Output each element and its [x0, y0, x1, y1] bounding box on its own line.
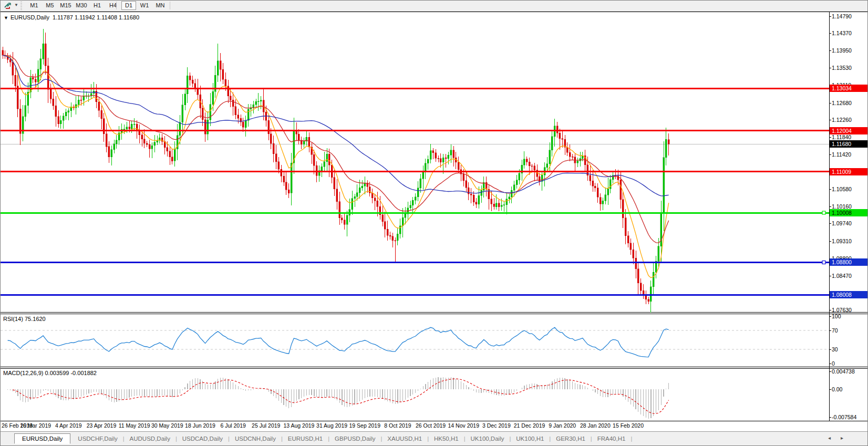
tab-scroll-left-icon[interactable]: ◂: [828, 435, 831, 441]
trading-terminal-window: ▼ M1M5M15M30H1H4D1W1MN ▼EURUSD,Daily 1.1…: [0, 0, 868, 446]
date-tick-label: 14 Nov 2019: [448, 422, 479, 429]
date-tick-label: 23 Apr 2019: [87, 422, 117, 429]
toolbar: ▼ M1M5M15M30H1H4D1W1MN: [1, 1, 868, 12]
level-price-label: 1.13034: [830, 85, 867, 92]
rsi-label: RSI(14) 75.1620: [3, 316, 46, 322]
date-tick-label: 11 May 2019: [119, 422, 150, 429]
level-price-label: 1.12004: [830, 127, 867, 134]
timeframe-button-m1[interactable]: M1: [27, 1, 42, 10]
date-tick-label: 30 May 2019: [151, 422, 183, 429]
timeframe-button-m5[interactable]: M5: [43, 1, 57, 10]
price-tick-label: 1.09740: [832, 220, 852, 227]
chart-tab-fra40-h1[interactable]: FRA40,H1: [592, 434, 631, 443]
rsi-tick-label: 70: [832, 327, 838, 334]
chart-symbol: EURUSD,Daily: [11, 14, 49, 20]
chart-tab-eurusd-daily[interactable]: EURUSD,Daily: [14, 433, 70, 444]
chart-tab-usdcad-daily[interactable]: USDCAD,Daily: [177, 434, 228, 443]
macd-signal-line: [13, 379, 668, 413]
toolbar-separator: [170, 2, 170, 9]
moving-average-line-2: [3, 55, 669, 196]
timeframe-button-d1[interactable]: D1: [121, 1, 136, 10]
date-tick-label: 6 Jul 2019: [220, 422, 245, 429]
chart-tab-uk100-daily[interactable]: UK100,Daily: [466, 434, 510, 443]
level-price-label: 1.11009: [830, 168, 867, 175]
date-tick-label: 4 Apr 2019: [55, 422, 82, 429]
collapse-triangle-icon: ▼: [4, 15, 8, 20]
toolbar-separator: [116, 2, 117, 9]
chart-bottom-border: [1, 421, 868, 421]
macd-signal-value: -0.001882: [70, 370, 97, 376]
price-tick-label: 1.08470: [832, 273, 852, 279]
timeframe-button-h1[interactable]: H1: [90, 1, 105, 10]
date-tick-label: 15 Feb 2020: [613, 422, 644, 429]
level-line-handle[interactable]: [822, 211, 825, 214]
date-tick-label: 31 Aug 2019: [316, 422, 347, 429]
rsi-tick-label: 100: [832, 313, 841, 320]
timeframe-button-w1[interactable]: W1: [137, 1, 152, 10]
date-tick-label: 21 Dec 2019: [514, 422, 545, 429]
price-tick-label: 1.14790: [832, 13, 852, 20]
date-tick-label: 19 Sep 2019: [349, 422, 380, 429]
price-tick-label: 1.09310: [832, 238, 852, 245]
ohlc-open: 1.11787: [53, 14, 73, 20]
chart-canvas[interactable]: [1, 12, 829, 421]
rsi-tick-label: 0: [832, 360, 835, 367]
chart-tabs: EURUSD,Daily USDCHF,Daily|AUDUSD,Daily|U…: [14, 432, 632, 445]
chart-tab-hk50-h1[interactable]: HK50,H1: [429, 434, 464, 443]
chart-tab-usdchf-daily[interactable]: USDCHF,Daily: [73, 434, 122, 443]
timeframe-button-m30[interactable]: M30: [74, 1, 89, 10]
ohlc-low: 1.11408: [97, 14, 117, 20]
timeframe-button-mn[interactable]: MN: [153, 1, 168, 10]
macd-label: MACD(12,26,9) 0.003599 -0.001882: [3, 370, 97, 376]
chart-ohlc-header: ▼EURUSD,Daily 1.11787 1.11942 1.11408 1.…: [4, 14, 139, 20]
date-tick-label: 28 Jan 2020: [580, 422, 611, 429]
price-tick-label: 1.12680: [832, 100, 852, 107]
level-price-label: 1.10008: [830, 209, 867, 216]
chart-tab-usdcnh-daily[interactable]: USDCNH,Daily: [230, 434, 281, 443]
timeframe-button-h4[interactable]: H4: [106, 1, 120, 10]
macd-tick-label: 0.00: [832, 386, 842, 393]
date-tick-label: 13 Aug 2019: [283, 422, 314, 429]
date-tick-label: 8 Oct 2019: [384, 422, 411, 429]
date-tick-label: 25 Jul 2019: [252, 422, 280, 429]
chart-tab-xauusd-h1[interactable]: XAUUSD,H1: [382, 434, 427, 443]
rsi-line: [8, 327, 669, 357]
macd-tick-label: -0.007584: [832, 414, 856, 421]
date-tick-label: 18 Jun 2019: [185, 422, 215, 429]
chart-tab-audusd-daily[interactable]: AUDUSD,Daily: [125, 434, 175, 443]
macd-main-value: 0.003599: [45, 370, 69, 376]
price-tick-label: 1.13950: [832, 47, 852, 54]
chart-arrows-icon[interactable]: [4, 2, 13, 10]
moving-average-line-1: [3, 55, 669, 243]
timeframe-button-m15[interactable]: M15: [58, 1, 73, 10]
chart-tab-gbpusd-daily[interactable]: GBPUSD,Daily: [329, 434, 380, 443]
current-price-label: 1.11680: [830, 140, 867, 148]
rsi-tick-label: 30: [832, 346, 838, 353]
chevron-down-icon[interactable]: ▼: [14, 3, 18, 7]
candlesticks: [2, 29, 670, 313]
rsi-value: 75.1620: [25, 316, 46, 322]
toolbar-grip[interactable]: [20, 2, 22, 10]
date-tick-label: 26 Oct 2019: [416, 422, 446, 429]
chart-tab-uk100-h1[interactable]: UK100,H1: [511, 434, 549, 443]
ohlc-high: 1.11942: [75, 14, 95, 20]
tab-separator: |: [631, 435, 632, 442]
date-tick-label: 16 Mar 2019: [20, 422, 51, 429]
date-tick-label: 9 Jan 2020: [549, 422, 576, 429]
price-tick-label: 1.13530: [832, 65, 852, 71]
ohlc-close: 1.11680: [119, 14, 139, 20]
price-tick-label: 1.14370: [832, 30, 852, 37]
chart-tab-ger30-h1[interactable]: GER30,H1: [551, 434, 591, 443]
level-price-label: 1.08008: [830, 291, 867, 298]
macd-tick-label: 0.004738: [832, 368, 855, 375]
date-tick-label: 3 Dec 2019: [482, 422, 511, 429]
price-tick-label: 1.10580: [832, 186, 852, 193]
date-axis[interactable]: 26 Feb 201916 Mar 20194 Apr 201923 Apr 2…: [1, 422, 829, 431]
price-tick-label: 1.12260: [832, 117, 852, 123]
price-axis[interactable]: 1.147901.143701.139501.135301.131101.126…: [830, 12, 868, 421]
chart-tab-eurusd-h1[interactable]: EURUSD,H1: [283, 434, 328, 443]
price-tick-label: 1.11420: [832, 151, 851, 158]
level-line-handle[interactable]: [822, 261, 825, 264]
chart-tab-bar: EURUSD,Daily USDCHF,Daily|AUDUSD,Daily|U…: [1, 431, 868, 446]
tab-scroll-right-icon[interactable]: ▸: [841, 435, 843, 441]
